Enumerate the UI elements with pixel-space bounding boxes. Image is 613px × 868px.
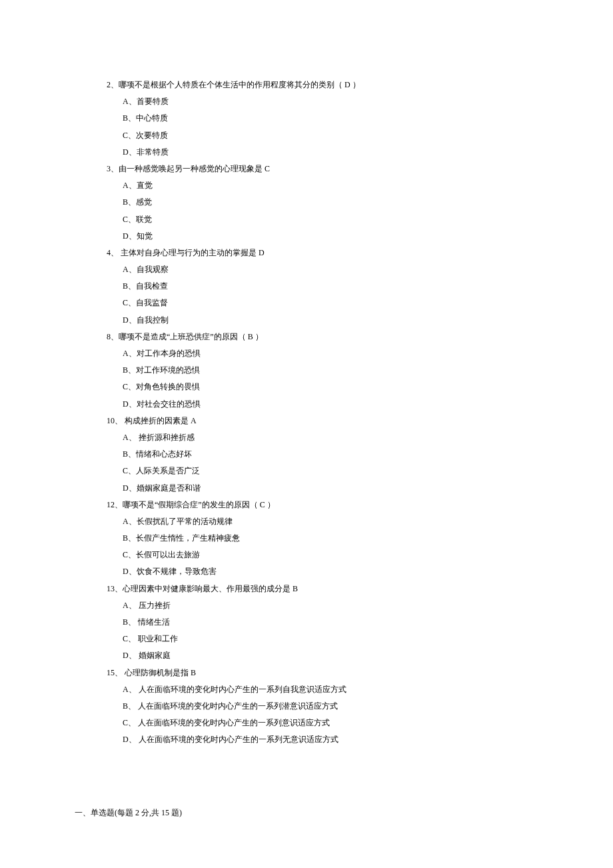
question-3: 3、由一种感觉唤起另一种感觉的心理现象是 C A、直觉 B、感觉 C、联觉 D、…: [107, 163, 546, 243]
q-body: 心理防御机制是指 B: [123, 668, 196, 677]
option: C、 职业和工作: [107, 633, 546, 645]
q-body: 哪项不是根据个人特质在个体生活中的作用程度将其分的类别（ D ）: [119, 80, 360, 89]
question-text: 10、 构成挫折的因素是 A: [107, 415, 546, 427]
q-body: 构成挫折的因素是 A: [123, 416, 197, 425]
option: D、饮食不规律，导致危害: [107, 565, 546, 578]
q-num: 3: [107, 164, 111, 173]
question-text: 8、哪项不是造成“上班恐供症”的原因（ B ）: [107, 331, 546, 343]
option: B、情绪和心态好坏: [107, 448, 546, 461]
option: D、婚姻家庭是否和谐: [107, 482, 546, 495]
option: D、自我控制: [107, 314, 546, 327]
option: A、长假扰乱了平常的活动规律: [107, 515, 546, 528]
option: B、长假产生惰性，产生精神疲惫: [107, 532, 546, 545]
q-num: 2: [107, 80, 111, 89]
option: A、 压力挫折: [107, 599, 546, 612]
option: A、首要特质: [107, 95, 546, 108]
question-text: 4、 主体对自身心理与行为的主动的掌握是 D: [107, 247, 546, 259]
question-text: 3、由一种感觉唤起另一种感觉的心理现象是 C: [107, 163, 546, 175]
q-num: 8: [107, 332, 111, 341]
option: A、 挫折源和挫折感: [107, 431, 546, 444]
q-num: 13: [107, 584, 115, 593]
option: C、次要特质: [107, 129, 546, 142]
question-text: 15、 心理防御机制是指 B: [107, 667, 546, 679]
option: B、对工作环境的恐惧: [107, 364, 546, 377]
option: C、对角色转换的畏惧: [107, 381, 546, 393]
option: D、 婚姻家庭: [107, 649, 546, 662]
option: D、非常特质: [107, 146, 546, 159]
q-body: 哪项不是造成“上班恐供症”的原因（ B ）: [119, 332, 263, 341]
option: B、 人在面临环境的变化时内心产生的一系列潜意识适应方式: [107, 700, 546, 713]
option: B、 情绪生活: [107, 616, 546, 629]
option: B、中心特质: [107, 112, 546, 125]
option: D、知觉: [107, 230, 546, 243]
question-13: 13、心理因素中对健康影响最大、作用最强的成分是 B A、 压力挫折 B、 情绪…: [107, 583, 546, 663]
question-10: 10、 构成挫折的因素是 A A、 挫折源和挫折感 B、情绪和心态好坏 C、人际…: [107, 415, 546, 495]
q-num: 10: [107, 416, 115, 425]
q-body: 由一种感觉唤起另一种感觉的心理现象是 C: [119, 164, 270, 173]
q-num: 4: [107, 248, 111, 257]
option: D、 人在面临环境的变化时内心产生的一系列无意识适应方式: [107, 733, 546, 746]
question-12: 12、哪项不是“假期综合症”的发生的原因（ C ） A、长假扰乱了平常的活动规律…: [107, 499, 546, 579]
option: B、自我检查: [107, 280, 546, 293]
q-body: 主体对自身心理与行为的主动的掌握是 D: [119, 248, 265, 257]
option: C、长假可以出去旅游: [107, 549, 546, 561]
question-4: 4、 主体对自身心理与行为的主动的掌握是 D A、自我观察 B、自我检查 C、自…: [107, 247, 546, 327]
question-text: 13、心理因素中对健康影响最大、作用最强的成分是 B: [107, 583, 546, 595]
option: C、联觉: [107, 213, 546, 226]
option: A、对工作本身的恐惧: [107, 347, 546, 360]
option: C、人际关系是否广泛: [107, 465, 546, 477]
option: A、 人在面临环境的变化时内心产生的一系列自我意识适应方式: [107, 683, 546, 696]
option: C、自我监督: [107, 297, 546, 309]
option: B、感觉: [107, 196, 546, 209]
question-text: 12、哪项不是“假期综合症”的发生的原因（ C ）: [107, 499, 546, 511]
option: A、自我观察: [107, 263, 546, 276]
q-body: 心理因素中对健康影响最大、作用最强的成分是 B: [123, 584, 298, 593]
q-num: 15: [107, 668, 115, 677]
q-num: 12: [107, 500, 115, 509]
question-2: 2、哪项不是根据个人特质在个体生活中的作用程度将其分的类别（ D ） A、首要特…: [107, 79, 546, 159]
option: C、 人在面临环境的变化时内心产生的一系列意识适应方式: [107, 717, 546, 729]
question-text: 2、哪项不是根据个人特质在个体生活中的作用程度将其分的类别（ D ）: [107, 79, 546, 91]
option: A、直觉: [107, 179, 546, 192]
question-15: 15、 心理防御机制是指 B A、 人在面临环境的变化时内心产生的一系列自我意识…: [107, 667, 546, 747]
question-8: 8、哪项不是造成“上班恐供症”的原因（ B ） A、对工作本身的恐惧 B、对工作…: [107, 331, 546, 411]
q-body: 哪项不是“假期综合症”的发生的原因（ C ）: [123, 500, 275, 509]
section-header: 一、单选题(每题 2 分,共 15 题): [75, 807, 546, 819]
document-content: 2、哪项不是根据个人特质在个体生活中的作用程度将其分的类别（ D ） A、首要特…: [107, 79, 546, 819]
option: D、对社会交往的恐惧: [107, 398, 546, 411]
